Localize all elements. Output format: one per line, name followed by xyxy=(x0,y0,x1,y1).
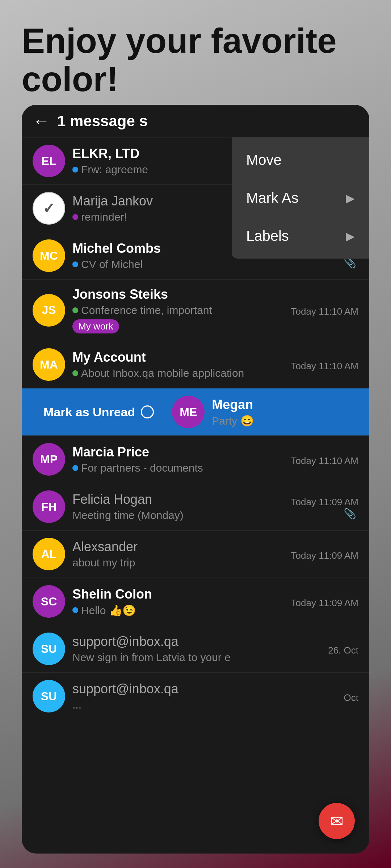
avatar: ✓ xyxy=(33,192,65,225)
unread-dot xyxy=(72,167,78,173)
message-preview: Conference time, important xyxy=(72,304,284,316)
avatar: MC xyxy=(33,239,65,272)
mark-unread-label: Mark as Unread xyxy=(43,405,135,419)
avatar: SU xyxy=(33,680,65,712)
message-preview: Party 😄 xyxy=(212,414,358,427)
list-item[interactable]: Mark as Unread ME Megan Party 😄 xyxy=(22,388,369,436)
list-item[interactable]: FH Felicia Hogan Meeting time (Monday) T… xyxy=(22,483,369,531)
app-header: ← 1 message s xyxy=(22,105,369,137)
avatar: ME xyxy=(172,396,205,428)
avatar: EL xyxy=(33,145,65,177)
app-panel: ← 1 message s Move Mark As ▶ Labels ▶ EL… xyxy=(22,105,369,854)
message-content: My Account About Inbox.qa mobile applica… xyxy=(72,350,284,379)
timestamp: Today 11:10 AM xyxy=(291,303,358,317)
sender-name: Jonsons Steiks xyxy=(72,287,284,302)
unread-dot xyxy=(72,307,78,313)
message-meta: 26. Oct xyxy=(324,642,358,656)
label-tag: My work xyxy=(72,319,119,333)
label-tag-container: My work xyxy=(72,316,284,333)
message-content: Marcia Price For partners - documents xyxy=(72,444,284,474)
message-meta: Today 11:09 AM xyxy=(287,595,358,609)
message-preview: about my trip xyxy=(72,557,284,569)
compose-icon: ✉ xyxy=(330,812,344,830)
unread-dot xyxy=(72,261,78,267)
unread-dot xyxy=(72,607,78,613)
message-content: Megan Party 😄 xyxy=(212,397,358,427)
headline: Enjoy your favorite color! xyxy=(22,22,369,98)
message-content: support@inbox.qa ... xyxy=(72,681,337,711)
compose-fab-button[interactable]: ✉ xyxy=(319,803,355,839)
message-preview: CV of Michel xyxy=(72,258,284,271)
chevron-right-icon: ▶ xyxy=(346,191,355,205)
timestamp: Today 11:09 AM xyxy=(291,547,358,561)
context-menu: Move Mark As ▶ Labels ▶ xyxy=(232,137,369,259)
context-menu-labels[interactable]: Labels ▶ xyxy=(232,217,369,255)
message-meta: Today 11:09 AM xyxy=(287,547,358,561)
sender-name: Shelin Colon xyxy=(72,587,284,602)
mark-as-unread-button[interactable]: Mark as Unread xyxy=(33,399,165,426)
headline-line2: color! xyxy=(22,60,369,98)
avatar: AL xyxy=(33,538,65,570)
message-content: Alexsander about my trip xyxy=(72,539,284,569)
list-item[interactable]: AL Alexsander about my trip Today 11:09 … xyxy=(22,531,369,578)
list-item[interactable]: SU support@inbox.qa New sign in from Lat… xyxy=(22,625,369,673)
avatar: SC xyxy=(33,585,65,618)
timestamp: Today 11:10 AM xyxy=(291,452,358,467)
list-item[interactable]: JS Jonsons Steiks Conference time, impor… xyxy=(22,280,369,341)
avatar: JS xyxy=(33,294,65,327)
sender-name: Megan xyxy=(212,397,358,412)
sender-name: Marcia Price xyxy=(72,444,284,460)
sender-name: support@inbox.qa xyxy=(72,634,321,649)
list-item[interactable]: SC Shelin Colon Hello 👍😉 Today 11:09 AM xyxy=(22,578,369,625)
timestamp: Today 11:09 AM xyxy=(291,494,358,508)
message-meta: Today 11:09 AM 📎 xyxy=(287,494,358,520)
chevron-right-icon: ▶ xyxy=(346,229,355,243)
message-preview: About Inbox.qa mobile application xyxy=(72,367,284,379)
sender-name: Alexsander xyxy=(72,539,284,554)
circle-icon xyxy=(141,405,154,418)
timestamp: Today 11:10 AM xyxy=(291,358,358,372)
message-content: support@inbox.qa New sign in from Latvia… xyxy=(72,634,321,664)
message-preview: New sign in from Latvia to your e xyxy=(72,651,321,664)
list-item[interactable]: MP Marcia Price For partners - documents… xyxy=(22,436,369,483)
list-item[interactable]: MA My Account About Inbox.qa mobile appl… xyxy=(22,341,369,388)
message-preview: Hello 👍😉 xyxy=(72,604,284,617)
avatar: SU xyxy=(33,633,65,665)
sender-name: My Account xyxy=(72,350,284,365)
sender-name: support@inbox.qa xyxy=(72,681,337,697)
message-content: Jonsons Steiks Conference time, importan… xyxy=(72,287,284,333)
avatar: MP xyxy=(33,443,65,476)
header-title: 1 message s xyxy=(57,112,358,130)
headline-line1: Enjoy your favorite xyxy=(22,22,369,60)
message-meta: Today 11:10 AM xyxy=(287,358,358,372)
context-menu-move[interactable]: Move xyxy=(232,141,369,179)
avatar: FH xyxy=(33,490,65,523)
message-meta: Today 11:10 AM xyxy=(287,303,358,317)
message-content: Shelin Colon Hello 👍😉 xyxy=(72,587,284,617)
message-preview: ... xyxy=(72,699,337,711)
attachment-icon: 📎 xyxy=(344,508,356,520)
context-menu-mark-as[interactable]: Mark As ▶ xyxy=(232,179,369,217)
message-preview: Meeting time (Monday) xyxy=(72,509,284,522)
unread-dot xyxy=(72,465,78,471)
unread-dot xyxy=(72,370,78,376)
timestamp: Oct xyxy=(344,689,358,703)
message-content: Felicia Hogan Meeting time (Monday) xyxy=(72,492,284,522)
sender-name: Felicia Hogan xyxy=(72,492,284,507)
back-button[interactable]: ← xyxy=(33,111,50,131)
message-meta: Today 11:10 AM xyxy=(287,452,358,467)
avatar: MA xyxy=(33,348,65,381)
message-preview: For partners - documents xyxy=(72,462,284,474)
timestamp: Today 11:09 AM xyxy=(291,595,358,609)
message-meta: Oct xyxy=(340,689,358,703)
unread-dot xyxy=(72,214,78,220)
timestamp: 26. Oct xyxy=(328,642,358,656)
list-item[interactable]: SU support@inbox.qa ... Oct xyxy=(22,673,369,720)
